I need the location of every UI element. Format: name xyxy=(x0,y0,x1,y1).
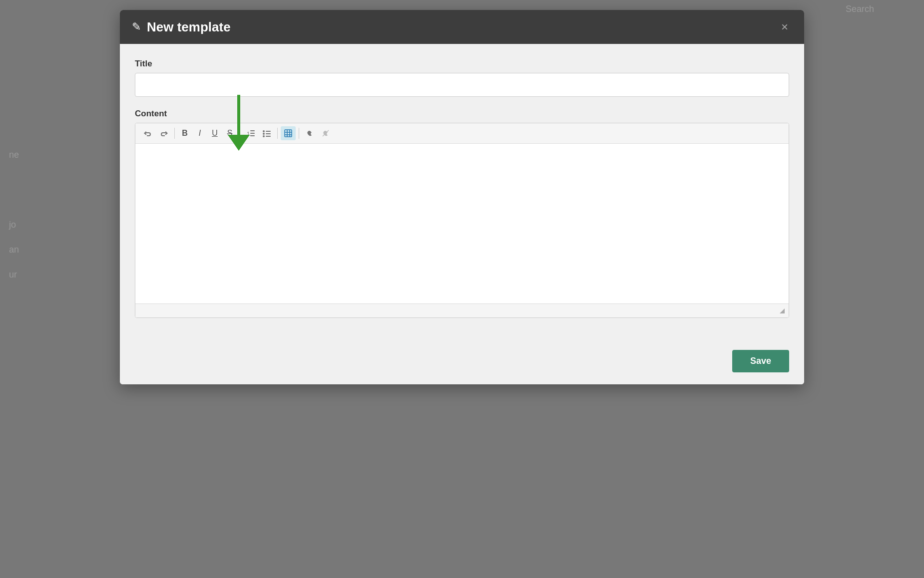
svg-point-6 xyxy=(263,135,265,137)
svg-rect-2 xyxy=(250,133,255,134)
svg-rect-7 xyxy=(266,131,271,132)
editor-content-area[interactable] xyxy=(135,144,789,303)
bg-search-text: Search xyxy=(846,4,874,14)
content-field-group: Content B I U S xyxy=(135,109,789,318)
italic-button[interactable]: I xyxy=(193,126,207,140)
save-button[interactable]: Save xyxy=(732,350,789,372)
bg-ne-text: ne xyxy=(9,150,19,160)
link-button[interactable] xyxy=(302,126,317,140)
undo-button[interactable] xyxy=(140,126,155,140)
toolbar-sep-2 xyxy=(240,128,240,139)
bold-button[interactable]: B xyxy=(178,126,192,140)
svg-rect-3 xyxy=(250,135,255,136)
svg-rect-1 xyxy=(250,130,255,131)
modal-footer: Save xyxy=(120,342,804,384)
svg-rect-10 xyxy=(285,130,292,137)
editor-toolbar: B I U S 1. xyxy=(135,123,789,144)
table-button[interactable] xyxy=(281,126,296,140)
redo-button[interactable] xyxy=(156,126,171,140)
modal-header-left: ✎ New template xyxy=(132,19,231,35)
bg-an-text: an xyxy=(9,245,19,255)
toolbar-sep-4 xyxy=(299,128,299,139)
modal-title: New template xyxy=(147,19,231,35)
modal-close-button[interactable]: × xyxy=(777,19,792,35)
svg-point-4 xyxy=(263,130,265,132)
content-editor: B I U S 1. xyxy=(135,123,789,318)
toolbar-sep-3 xyxy=(277,128,278,139)
bg-jo-text: jo xyxy=(9,220,16,230)
resize-triangle-icon xyxy=(780,308,785,313)
modal-header: ✎ New template × xyxy=(120,10,804,44)
template-icon: ✎ xyxy=(132,20,141,33)
strikethrough-button[interactable]: S xyxy=(223,126,237,140)
unlink-button[interactable] xyxy=(318,126,333,140)
bg-ur-text: ur xyxy=(9,270,17,280)
editor-resize-handle[interactable] xyxy=(135,303,789,317)
unordered-list-button[interactable] xyxy=(259,126,274,140)
content-label: Content xyxy=(135,109,789,119)
modal-body: Title Content B xyxy=(120,44,804,342)
svg-point-5 xyxy=(263,133,265,135)
svg-rect-8 xyxy=(266,133,271,134)
title-label: Title xyxy=(135,59,789,69)
title-field-group: Title xyxy=(135,59,789,97)
new-template-modal: ✎ New template × Title Content xyxy=(120,10,804,384)
underline-button[interactable]: U xyxy=(208,126,222,140)
toolbar-sep-1 xyxy=(174,128,175,139)
title-input[interactable] xyxy=(135,73,789,97)
ordered-list-button[interactable]: 1. xyxy=(243,126,258,140)
svg-rect-9 xyxy=(266,136,271,137)
